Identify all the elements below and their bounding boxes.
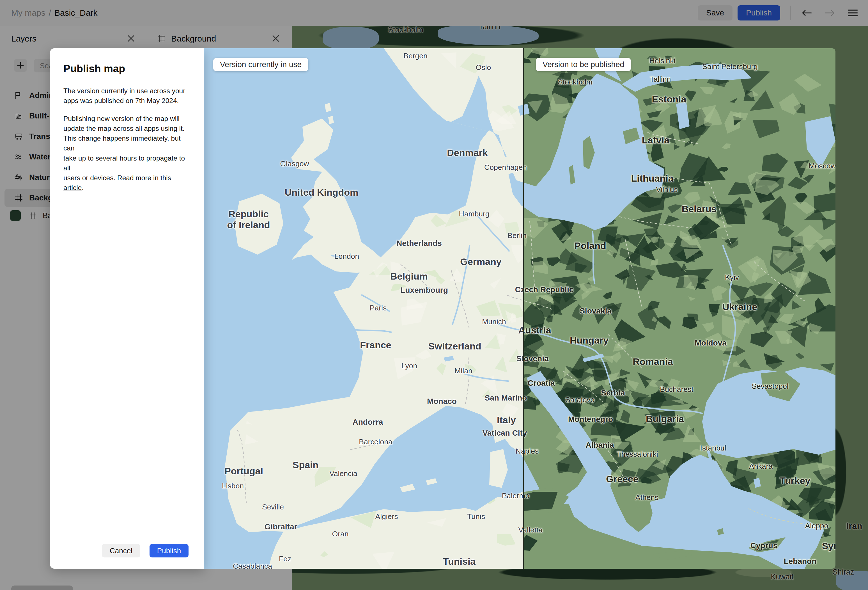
dialog-paragraph-2: Publishing new version of the map will u… xyxy=(50,106,204,193)
map-label: Munich xyxy=(482,318,506,326)
compare-split-divider[interactable] xyxy=(523,48,524,569)
map-label: Algiers xyxy=(375,512,398,521)
map-label: Barcelona xyxy=(359,438,392,446)
map-label: Bucharest xyxy=(660,385,693,394)
map-label: Kyiv xyxy=(725,273,739,282)
publish-confirm-button[interactable]: Publish xyxy=(149,544,189,557)
map-label: Spain xyxy=(292,460,319,470)
map-label: Stockholm xyxy=(558,78,592,86)
map-label: Croatia xyxy=(528,379,555,387)
map-label: Valencia xyxy=(329,469,357,478)
map-label: Valletta xyxy=(518,526,524,534)
map-label: Vilnius xyxy=(656,185,678,194)
map-label: Helsinki xyxy=(650,56,676,65)
map-label: Hamburg xyxy=(459,210,490,218)
map-label: Lyon xyxy=(402,362,417,370)
map-label: Andorra xyxy=(353,418,383,427)
map-label: Estonia xyxy=(652,94,686,105)
map-label: Syria xyxy=(822,541,836,552)
map-label: Tunisia xyxy=(443,556,476,567)
map-label: Belgium xyxy=(390,271,428,282)
map-label: Vatican City xyxy=(483,429,524,438)
map-label: Saint Petersburg xyxy=(702,62,757,71)
dialog-paragraph-1: The version currently in use across your… xyxy=(50,75,204,106)
map-label: Thessaloniki xyxy=(617,450,658,458)
map-label: Slovakia xyxy=(580,306,611,315)
map-label: Moldova xyxy=(695,339,726,347)
map-label: Bergen xyxy=(403,52,427,61)
version-compare-view: BergenOsloHelsinkiSaint PetersburgStockh… xyxy=(204,48,836,569)
map-label: Seville xyxy=(262,503,284,512)
map-label: Cyprus xyxy=(750,541,777,550)
map-preview-current[interactable]: BergenOsloHelsinkiSaint PetersburgStockh… xyxy=(204,48,524,569)
map-label: Albania xyxy=(586,441,614,450)
map-label: San Marino xyxy=(524,393,527,402)
map-label: Naples xyxy=(516,447,524,455)
map-label: France xyxy=(360,340,391,350)
map-label: Switzerland xyxy=(428,341,481,352)
map-label: Palermo xyxy=(524,491,529,500)
map-label: Aleppo xyxy=(805,522,828,530)
map-label: Republic of Ireland xyxy=(227,208,270,231)
map-label: Lisbon xyxy=(222,482,244,490)
map-label: Italy xyxy=(497,415,516,426)
map-label: Denmark xyxy=(447,147,488,158)
map-label: Latvia xyxy=(642,135,669,146)
map-label: Moscow xyxy=(809,162,836,170)
map-label: Poland xyxy=(574,240,606,251)
map-label: Palermo xyxy=(502,491,524,500)
map-label: Copenhagen xyxy=(484,163,524,172)
map-label: Tunis xyxy=(467,512,485,521)
map-label: London xyxy=(334,252,359,261)
map-label: Czech Republic xyxy=(515,285,524,294)
map-label: Athens xyxy=(635,493,659,502)
map-label: Luxembourg xyxy=(400,286,448,295)
map-label: Germany xyxy=(460,256,501,267)
map-label: Fez xyxy=(279,555,291,563)
map-label: Belarus xyxy=(682,204,717,214)
map-label: Lithuania xyxy=(631,173,673,184)
map-label: Monaco xyxy=(427,397,457,406)
map-label: Bulgaria xyxy=(646,414,684,424)
map-label: Serbia xyxy=(601,389,625,398)
map-preview-published[interactable]: BergenOsloHelsinkiSaint PetersburgStockh… xyxy=(524,48,836,569)
map-label: Greece xyxy=(606,473,638,485)
cancel-button[interactable]: Cancel xyxy=(102,544,140,557)
map-label: Sarajevo xyxy=(565,395,595,404)
map-label: Berlin xyxy=(524,231,527,240)
map-label: Lebanon xyxy=(784,557,817,566)
map-label: Vatican City xyxy=(524,429,527,438)
dialog-title: Publish map xyxy=(50,48,204,75)
map-label: Sevastopol xyxy=(751,382,788,391)
map-label: Hungary xyxy=(570,335,608,346)
map-label: Paris xyxy=(370,304,387,312)
map-label: Montenegro xyxy=(568,415,613,424)
map-label: Oran xyxy=(332,529,349,538)
map-label: United Kingdom xyxy=(285,187,359,198)
map-label: Slovenia xyxy=(516,354,524,363)
publish-dialog: Publish map The version currently in use… xyxy=(50,48,204,569)
map-label: Milan xyxy=(455,367,472,375)
app-window: StockholmTallinnIranShirazKuwait My maps… xyxy=(0,0,868,590)
map-label: Gibraltar xyxy=(264,522,297,531)
map-label: Czech Republic xyxy=(524,285,573,294)
map-label: Portugal xyxy=(224,466,263,477)
map-label: Slovenia xyxy=(524,354,549,363)
map-label: San Marino xyxy=(485,393,524,402)
map-label: Naples xyxy=(524,447,539,455)
published-version-chip: Version to be published xyxy=(536,58,631,71)
current-version-chip: Version currently in use xyxy=(213,58,308,71)
map-label: Casablanca xyxy=(233,562,272,569)
map-label: Romania xyxy=(633,356,673,367)
map-label: Berlin xyxy=(508,231,524,240)
map-label: Austria xyxy=(524,325,551,336)
map-label: Tallinn xyxy=(650,75,671,84)
map-label: Turkey xyxy=(780,475,810,486)
map-label: Copenhagen xyxy=(524,163,527,172)
map-label: Oslo xyxy=(476,63,491,72)
map-label: Netherlands xyxy=(396,239,442,248)
map-label: Istanbul xyxy=(700,444,726,452)
map-label: Ukraine xyxy=(722,302,757,312)
map-label: Valletta xyxy=(524,526,543,534)
map-label: Austria xyxy=(518,325,524,336)
